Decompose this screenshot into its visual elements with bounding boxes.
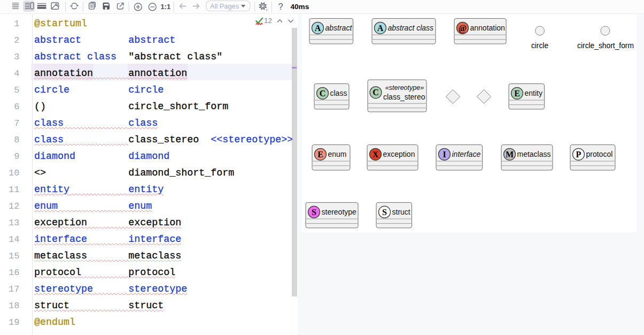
svg-text:exception: exception <box>383 150 415 158</box>
svg-text:A: A <box>377 24 384 33</box>
svg-text:E: E <box>317 150 323 159</box>
svg-text:stereotype: stereotype <box>322 208 357 216</box>
svg-text:All Pages: All Pages <box>210 2 239 10</box>
svg-text:E: E <box>514 89 520 98</box>
svg-text:abstract: abstract <box>325 24 353 32</box>
svg-text:?: ? <box>278 2 283 11</box>
svg-text:@: @ <box>459 24 467 33</box>
svg-text:annotation: annotation <box>470 24 505 32</box>
svg-text:1:1: 1:1 <box>161 3 171 11</box>
svg-text:C: C <box>320 89 326 98</box>
svg-text:circle: circle <box>531 42 549 50</box>
svg-text:circle_short_form: circle_short_form <box>577 42 634 50</box>
svg-text:metaclass: metaclass <box>517 150 551 158</box>
svg-text:A: A <box>315 24 321 33</box>
svg-text:«stereotype»: «stereotype» <box>385 84 424 92</box>
svg-text:interface: interface <box>452 150 481 158</box>
svg-text:X: X <box>373 150 379 159</box>
svg-text:abstract class: abstract class <box>388 24 434 32</box>
svg-text:struct: struct <box>392 208 410 216</box>
svg-text:I: I <box>443 150 446 159</box>
svg-text:S: S <box>312 208 316 217</box>
svg-text:class_stereo: class_stereo <box>383 93 425 101</box>
svg-text:P: P <box>576 150 581 159</box>
svg-text:40ms: 40ms <box>291 3 309 11</box>
svg-text:S: S <box>382 208 387 217</box>
svg-text:M: M <box>506 150 514 159</box>
svg-text:class: class <box>330 89 347 97</box>
svg-text:entity: entity <box>525 89 542 97</box>
svg-text:C: C <box>373 88 379 97</box>
svg-text:protocol: protocol <box>586 150 613 158</box>
svg-text:enum: enum <box>328 150 347 158</box>
